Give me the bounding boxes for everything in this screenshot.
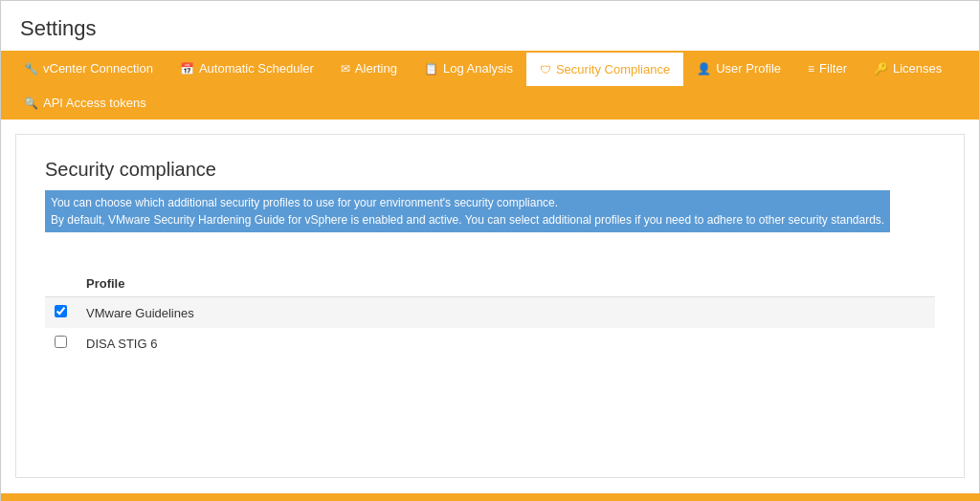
profile-table: Profile VMware GuidelinesDISA STIG 6 <box>45 271 935 359</box>
profile-label-disa: DISA STIG 6 <box>77 328 935 359</box>
checkbox-cell-disa[interactable] <box>45 328 77 359</box>
table-row: DISA STIG 6 <box>45 328 935 359</box>
nav-label-api: API Access tokens <box>43 96 146 110</box>
checkbox-vmware[interactable] <box>55 305 67 317</box>
nav-item-scheduler[interactable]: 📅Automatic Scheduler <box>167 51 327 86</box>
nav-label-alerting: Alerting <box>355 61 397 76</box>
nav-label-log: Log Analysis <box>443 61 513 76</box>
section-title: Security compliance <box>45 159 935 181</box>
log-icon: 📋 <box>424 62 438 76</box>
nav-label-filter: Filter <box>819 61 847 76</box>
nav-item-api[interactable]: 🔍API Access tokens <box>11 86 969 120</box>
table-profile-header: Profile <box>77 271 935 297</box>
user-icon: 👤 <box>697 62 711 76</box>
licenses-icon: 🔑 <box>874 62 888 76</box>
alerting-icon: ✉ <box>341 62 350 76</box>
scheduler-icon: 📅 <box>180 62 194 76</box>
nav-item-user[interactable]: 👤User Profile <box>683 51 794 86</box>
nav-item-vcenter[interactable]: 🔧vCenter Connection <box>11 51 167 86</box>
api-icon: 🔍 <box>24 97 38 110</box>
checkbox-disa[interactable] <box>55 336 67 348</box>
nav-label-licenses: Licenses <box>893 61 942 76</box>
page-title: Settings <box>1 1 979 51</box>
nav-label-user: User Profile <box>716 61 781 76</box>
profile-label-vmware: VMware Guidelines <box>77 297 935 329</box>
desc-line2: By default, VMware Security Hardening Gu… <box>51 213 884 227</box>
table-row: VMware Guidelines <box>45 297 935 329</box>
desc-line1: You can choose which additional security… <box>51 196 558 209</box>
nav-label-scheduler: Automatic Scheduler <box>199 61 314 76</box>
nav-item-filter[interactable]: ≡Filter <box>794 51 860 86</box>
description-text: You can choose which additional security… <box>45 190 890 232</box>
filter-icon: ≡ <box>808 62 814 76</box>
nav-item-licenses[interactable]: 🔑Licenses <box>860 51 955 86</box>
nav-row2: 🔍API Access tokens <box>1 86 979 120</box>
security-icon: 🛡 <box>540 63 551 76</box>
nav-item-alerting[interactable]: ✉Alerting <box>327 51 411 86</box>
nav-item-log[interactable]: 📋Log Analysis <box>411 51 526 86</box>
nav-label-security: Security Compliance <box>556 62 670 76</box>
description-block: You can choose which additional security… <box>45 190 935 251</box>
checkbox-cell-vmware[interactable] <box>45 297 77 329</box>
content-area: Security compliance You can choose which… <box>15 134 965 478</box>
bottom-bar <box>1 493 980 501</box>
page-wrapper: Settings 🔧vCenter Connection📅Automatic S… <box>0 0 980 501</box>
nav-bar: 🔧vCenter Connection📅Automatic Scheduler✉… <box>1 51 979 86</box>
table-checkbox-header <box>45 271 77 297</box>
nav-label-vcenter: vCenter Connection <box>43 61 153 76</box>
vcenter-icon: 🔧 <box>24 62 38 76</box>
nav-item-security[interactable]: 🛡Security Compliance <box>526 51 683 86</box>
